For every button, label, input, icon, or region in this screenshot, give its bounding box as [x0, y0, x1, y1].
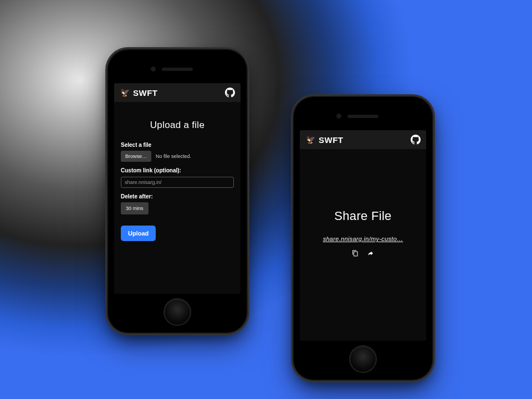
app-header: 🦅 SWFT: [300, 130, 426, 149]
home-button[interactable]: [165, 299, 190, 325]
page-title: Upload a file: [121, 120, 234, 131]
upload-form: Upload a file Select a file Browse… No f…: [114, 102, 241, 247]
custom-link-input[interactable]: [121, 177, 234, 188]
home-button[interactable]: [350, 346, 376, 372]
app-header: 🦅 SWFT: [114, 83, 241, 102]
github-icon[interactable]: [225, 88, 235, 98]
page-title: Share File: [306, 209, 420, 223]
screen-share: 🦅 SWFT Share File share.nnisarg.in/my-cu…: [300, 130, 426, 341]
phone-speaker: [347, 115, 378, 118]
file-picker-row: Browse… No file selected.: [121, 151, 234, 162]
screen-upload: 🦅 SWFT Upload a file Select a file Brows…: [114, 83, 241, 294]
phone-mockup-share: 🦅 SWFT Share File share.nnisarg.in/my-cu…: [294, 97, 432, 380]
brand[interactable]: 🦅 SWFT: [120, 88, 158, 98]
share-actions: [306, 250, 420, 257]
delete-after-select[interactable]: 30 mins: [121, 202, 149, 214]
brand-text: SWFT: [319, 135, 344, 145]
brand-text: SWFT: [133, 88, 158, 98]
phone-mockup-upload: 🦅 SWFT Upload a file Select a file Brows…: [108, 50, 247, 332]
share-url-link[interactable]: share.nnisarg.in/my-custo…: [306, 236, 420, 242]
copy-icon[interactable]: [352, 250, 359, 257]
upload-button[interactable]: Upload: [121, 226, 156, 241]
share-content: Share File share.nnisarg.in/my-custo…: [300, 149, 426, 262]
custom-link-label: Custom link (optional):: [121, 167, 234, 173]
phone-speaker: [162, 68, 193, 71]
eagle-icon: 🦅: [120, 88, 130, 98]
browse-button[interactable]: Browse…: [121, 151, 151, 162]
brand[interactable]: 🦅 SWFT: [305, 135, 344, 145]
delete-after-label: Delete after:: [121, 193, 234, 200]
phone-camera: [336, 114, 341, 119]
phone-camera: [151, 66, 156, 71]
file-status-text: No file selected.: [156, 154, 191, 159]
share-arrow-icon[interactable]: [367, 250, 374, 257]
select-file-label: Select a file: [121, 142, 234, 148]
eagle-icon: 🦅: [305, 135, 315, 145]
github-icon[interactable]: [411, 135, 421, 145]
